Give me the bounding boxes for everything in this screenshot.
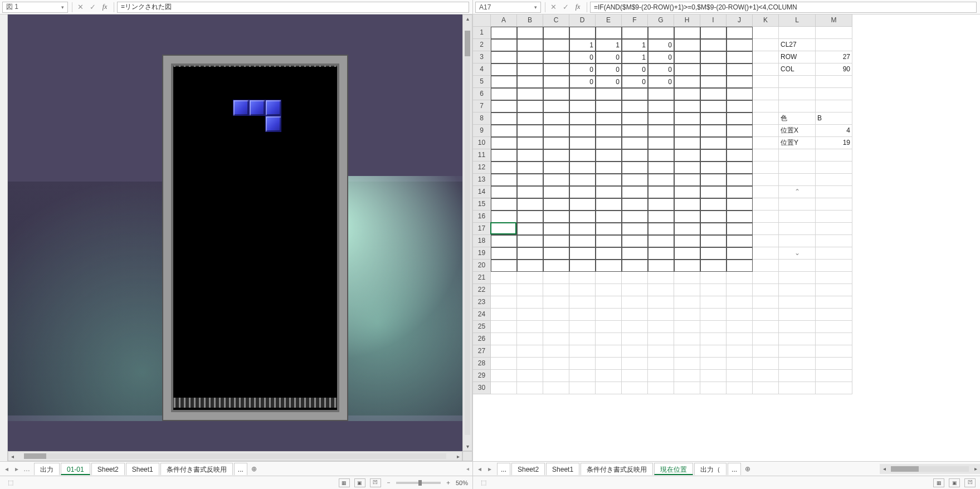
row-header[interactable]: 2 bbox=[473, 39, 491, 51]
row-header[interactable]: 25 bbox=[473, 321, 491, 333]
cell[interactable] bbox=[700, 149, 727, 162]
cell[interactable] bbox=[648, 296, 674, 309]
cell[interactable] bbox=[700, 51, 727, 63]
cell[interactable] bbox=[674, 198, 700, 211]
cell[interactable] bbox=[727, 309, 753, 321]
cell[interactable] bbox=[517, 260, 543, 272]
normal-view-icon[interactable]: ▦ bbox=[933, 478, 944, 487]
sheet-tab[interactable]: 01-01 bbox=[61, 463, 90, 475]
cell[interactable] bbox=[543, 235, 569, 247]
tab-nav-last-icon[interactable]: ▸ bbox=[485, 465, 494, 473]
cell[interactable] bbox=[753, 321, 779, 333]
cell[interactable] bbox=[700, 113, 727, 125]
row-header[interactable]: 3 bbox=[473, 51, 491, 63]
cell[interactable] bbox=[569, 284, 596, 296]
cell[interactable] bbox=[596, 296, 622, 309]
cell[interactable] bbox=[569, 198, 596, 211]
sheet-tab[interactable]: Sheet1 bbox=[126, 463, 159, 475]
cancel-icon[interactable]: ✕ bbox=[74, 3, 86, 11]
cell[interactable] bbox=[569, 345, 596, 358]
column-header[interactable]: L bbox=[779, 14, 816, 27]
cell[interactable] bbox=[674, 186, 700, 198]
accept-icon[interactable]: ✓ bbox=[86, 3, 99, 11]
cell[interactable] bbox=[648, 223, 674, 235]
cell[interactable] bbox=[816, 284, 852, 296]
cell[interactable] bbox=[491, 382, 517, 394]
cell[interactable] bbox=[753, 247, 779, 260]
cell[interactable] bbox=[674, 100, 700, 113]
cell[interactable] bbox=[517, 186, 543, 198]
cell[interactable] bbox=[622, 113, 648, 125]
cell[interactable] bbox=[674, 113, 700, 125]
cell[interactable] bbox=[753, 162, 779, 174]
cell[interactable] bbox=[517, 235, 543, 247]
cell[interactable] bbox=[569, 27, 596, 39]
cell[interactable] bbox=[569, 162, 596, 174]
cell[interactable] bbox=[727, 186, 753, 198]
cell[interactable] bbox=[700, 211, 727, 223]
cell[interactable]: 0 bbox=[596, 51, 622, 63]
cell[interactable] bbox=[569, 321, 596, 333]
cell[interactable] bbox=[674, 162, 700, 174]
cell[interactable] bbox=[816, 235, 852, 247]
cell[interactable] bbox=[727, 272, 753, 284]
row-header[interactable]: 1 bbox=[473, 27, 491, 39]
column-header[interactable]: F bbox=[622, 14, 648, 27]
cell[interactable] bbox=[569, 100, 596, 113]
cell[interactable] bbox=[753, 211, 779, 223]
cell[interactable] bbox=[727, 247, 753, 260]
cell[interactable] bbox=[700, 162, 727, 174]
cell[interactable]: 位置X bbox=[779, 125, 816, 137]
chevron-down-icon[interactable]: ▾ bbox=[466, 443, 469, 451]
sheet-tab[interactable]: Sheet2 bbox=[511, 463, 545, 475]
cell[interactable] bbox=[753, 333, 779, 345]
cell[interactable] bbox=[727, 76, 753, 88]
row-header[interactable]: 19 bbox=[473, 247, 491, 260]
cell[interactable]: 0 bbox=[569, 63, 596, 76]
cell[interactable] bbox=[674, 211, 700, 223]
cell[interactable] bbox=[674, 382, 700, 394]
cell[interactable]: 1 bbox=[596, 39, 622, 51]
cell[interactable]: 1 bbox=[569, 39, 596, 51]
sheet-tab[interactable]: ... bbox=[497, 463, 510, 475]
row-header[interactable]: 10 bbox=[473, 137, 491, 149]
cell[interactable] bbox=[753, 296, 779, 309]
cell[interactable] bbox=[674, 125, 700, 137]
cell[interactable] bbox=[700, 333, 727, 345]
cell[interactable] bbox=[727, 296, 753, 309]
cell[interactable] bbox=[674, 370, 700, 382]
cell[interactable] bbox=[674, 358, 700, 370]
cell[interactable] bbox=[543, 100, 569, 113]
page-layout-view-icon[interactable]: ▣ bbox=[354, 478, 365, 487]
cell[interactable] bbox=[622, 198, 648, 211]
cell[interactable] bbox=[779, 223, 816, 235]
cell[interactable] bbox=[674, 235, 700, 247]
cell[interactable] bbox=[622, 174, 648, 186]
cell[interactable] bbox=[648, 272, 674, 284]
cell[interactable] bbox=[700, 309, 727, 321]
cell[interactable] bbox=[543, 211, 569, 223]
row-header[interactable]: 18 bbox=[473, 235, 491, 247]
cell[interactable] bbox=[779, 88, 816, 100]
cell[interactable] bbox=[648, 321, 674, 333]
select-all-corner[interactable] bbox=[473, 14, 491, 27]
cell[interactable] bbox=[674, 149, 700, 162]
cell[interactable] bbox=[543, 370, 569, 382]
cell[interactable]: 0 bbox=[569, 76, 596, 88]
cell[interactable] bbox=[517, 345, 543, 358]
cell[interactable] bbox=[569, 370, 596, 382]
cell[interactable] bbox=[753, 198, 779, 211]
cell[interactable] bbox=[596, 162, 622, 174]
cell[interactable] bbox=[491, 321, 517, 333]
cell[interactable] bbox=[816, 223, 852, 235]
row-header[interactable]: 16 bbox=[473, 211, 491, 223]
cell[interactable] bbox=[648, 284, 674, 296]
row-header[interactable]: 21 bbox=[473, 272, 491, 284]
cell[interactable] bbox=[674, 63, 700, 76]
sheet-tab[interactable]: 条件付き書式反映用 bbox=[581, 463, 653, 475]
cell[interactable] bbox=[648, 358, 674, 370]
cell[interactable]: 0 bbox=[648, 51, 674, 63]
cell[interactable] bbox=[622, 235, 648, 247]
cell[interactable] bbox=[753, 39, 779, 51]
cell[interactable] bbox=[648, 309, 674, 321]
